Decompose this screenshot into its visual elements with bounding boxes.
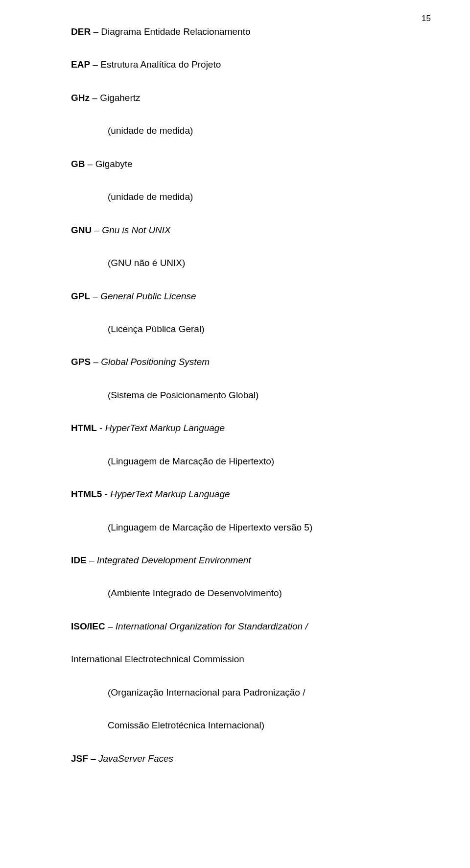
entry-abbr: IDE	[71, 555, 87, 565]
entry-sep: –	[90, 59, 100, 70]
entry-full: Gnu is Not UNIX	[102, 225, 170, 235]
entry-translation: (Licença Pública Geral)	[108, 322, 416, 336]
entry-full: HyperText Markup Language	[105, 423, 225, 433]
entry-line: DER – Diagrama Entidade Relacionamento	[71, 24, 416, 39]
entry-full: General Public License	[100, 291, 196, 301]
glossary-entry: HTML - HyperText Markup Language(Linguag…	[71, 421, 416, 468]
entry-abbr: EAP	[71, 59, 90, 70]
entry-abbr: GB	[71, 159, 85, 169]
glossary-entry: HTML5 - HyperText Markup Language(Lingua…	[71, 487, 416, 534]
entry-translation: (Organização Internacional para Padroniz…	[108, 685, 416, 699]
glossary-entry: GPL – General Public License(Licença Púb…	[71, 289, 416, 337]
entry-translation: (unidade de medida)	[108, 190, 416, 204]
entry-sep: –	[91, 26, 101, 37]
glossary-entry: GB – Gigabyte(unidade de medida)	[71, 157, 416, 204]
entry-full: Estrutura Analítica do Projeto	[100, 59, 221, 70]
page-number: 15	[422, 14, 431, 24]
entry-abbr: ISO/IEC	[71, 621, 105, 631]
entry-line: GB – Gigabyte	[71, 157, 416, 171]
entry-sep: –	[88, 753, 98, 764]
entry-abbr: DER	[71, 26, 91, 37]
entry-sep: –	[85, 159, 95, 169]
entry-full: Gigahertz	[100, 93, 140, 103]
glossary-entry-isoiec: ISO/IEC – International Organization for…	[71, 619, 416, 633]
entry-line: IDE – Integrated Development Environment	[71, 553, 416, 567]
entry-abbr: GPS	[71, 357, 91, 367]
entry-line: HTML - HyperText Markup Language	[71, 421, 416, 435]
entry-sep: –	[92, 225, 102, 235]
entry-line: GPL – General Public License	[71, 289, 416, 303]
entry-line: GNU – Gnu is Not UNIX	[71, 223, 416, 237]
entry-full: HyperText Markup Language	[110, 489, 230, 499]
glossary-entry-jsf: JSF – JavaServer Faces	[71, 751, 416, 766]
entry-abbr: JSF	[71, 753, 88, 764]
glossary-entry: EAP – Estrutura Analítica do Projeto	[71, 57, 416, 72]
entry-line: ISO/IEC – International Organization for…	[71, 619, 416, 633]
entry-translation: (unidade de medida)	[108, 123, 416, 138]
entry-abbr: GNU	[71, 225, 92, 235]
entry-abbr: GPL	[71, 291, 90, 301]
entry-trans-block: (Organização Internacional para Padroniz…	[71, 685, 416, 733]
entry-sep: -	[97, 423, 105, 433]
glossary-entry: GNU – Gnu is Not UNIX(GNU não é UNIX)	[71, 223, 416, 270]
entry-translation: (Linguagem de Marcação de Hipertexto ver…	[108, 520, 416, 534]
document-page: 15 DER – Diagrama Entidade Relacionament…	[0, 0, 470, 868]
entry-abbr: HTML	[71, 423, 97, 433]
entry-line: JSF – JavaServer Faces	[71, 751, 416, 766]
entry-full: JavaServer Faces	[98, 753, 173, 764]
entry-translation: (GNU não é UNIX)	[108, 256, 416, 270]
entry-translation: (Ambiente Integrado de Desenvolvimento)	[108, 586, 416, 600]
entry-full: Diagrama Entidade Relacionamento	[101, 26, 250, 37]
glossary-list: DER – Diagrama Entidade RelacionamentoEA…	[71, 24, 416, 601]
entry-abbr: GHz	[71, 93, 90, 103]
entry-full: Integrated Development Environment	[97, 555, 251, 565]
entry-abbr: HTML5	[71, 489, 102, 499]
entry-line: EAP – Estrutura Analítica do Projeto	[71, 57, 416, 72]
entry-line: GPS – Global Positioning System	[71, 355, 416, 369]
entry-full: International Organization for Standardi…	[116, 621, 308, 631]
entry-translation: (Sistema de Posicionamento Global)	[108, 388, 416, 402]
glossary-entry: DER – Diagrama Entidade Relacionamento	[71, 24, 416, 39]
entry-translation: (Linguagem de Marcação de Hipertexto)	[108, 454, 416, 468]
entry-sep: –	[90, 93, 100, 103]
entry-sep: –	[87, 555, 97, 565]
entry-sep: –	[91, 357, 101, 367]
entry-translation: Comissão Eletrotécnica Internacional)	[108, 718, 416, 732]
entry-line: HTML5 - HyperText Markup Language	[71, 487, 416, 501]
entry-full: Gigabyte	[95, 159, 133, 169]
entry-full-cont: International Electrotechnical Commissio…	[71, 654, 244, 664]
entry-sep: –	[90, 291, 100, 301]
entry-line: GHz – Gigahertz	[71, 91, 416, 105]
glossary-entry: IDE – Integrated Development Environment…	[71, 553, 416, 601]
entry-sep: -	[102, 489, 110, 499]
entry-sep: –	[105, 621, 116, 631]
glossary-entry: GPS – Global Positioning System(Sistema …	[71, 355, 416, 402]
glossary-entry: GHz – Gigahertz(unidade de medida)	[71, 91, 416, 138]
entry-full: Global Positioning System	[101, 357, 210, 367]
entry-continuation: International Electrotechnical Commissio…	[71, 652, 416, 666]
